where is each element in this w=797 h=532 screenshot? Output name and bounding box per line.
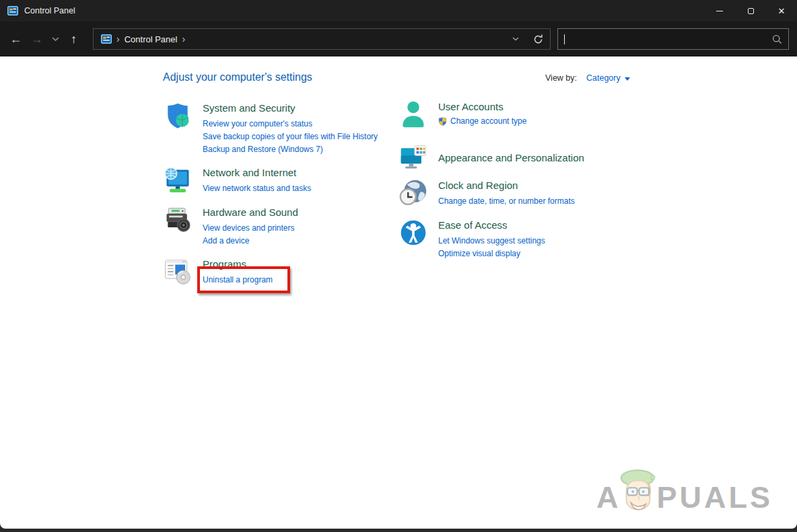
link-backup-and-restore-windows-7[interactable]: Backup and Restore (Windows 7) — [203, 145, 323, 154]
appearance-monitor-icon — [398, 143, 428, 173]
link-optimize-visual-display[interactable]: Optimize visual display — [438, 249, 520, 258]
category-programs: Programs Uninstall a program — [163, 257, 398, 287]
chevron-down-icon — [52, 37, 59, 42]
title-bar: Control Panel ✕ — [0, 0, 797, 22]
close-icon: ✕ — [778, 7, 786, 15]
category-link-user-accounts[interactable]: User Accounts — [438, 100, 504, 114]
category-column-left: System and Security Review your computer… — [163, 101, 398, 297]
category-user-accounts: User Accounts Change account type — [398, 100, 634, 129]
control-panel-icon — [101, 34, 112, 44]
forward-icon: → — [31, 32, 43, 46]
user-icon — [398, 100, 428, 129]
forward-button[interactable]: → — [26, 28, 47, 50]
control-panel-home: Adjust your computer's settings View by:… — [0, 56, 797, 529]
page-title: Adjust your computer's settings — [163, 71, 312, 83]
programs-window-icon — [163, 257, 193, 287]
breadcrumb-item-control-panel[interactable]: Control Panel — [125, 34, 178, 44]
search-icon — [772, 34, 782, 44]
printer-icon — [163, 205, 193, 235]
search-input[interactable] — [565, 29, 772, 49]
category-link-hardware-and-sound[interactable]: Hardware and Sound — [203, 206, 298, 219]
category-system-and-security: System and Security Review your computer… — [163, 101, 398, 155]
breadcrumb-chevron-icon[interactable]: › — [182, 34, 185, 44]
category-link-clock-and-region[interactable]: Clock and Region — [438, 179, 518, 192]
link-save-backup-copies-of-your-files-with-file-history[interactable]: Save backup copies of your files with Fi… — [203, 132, 378, 141]
appuals-watermark: A PUALS — [596, 463, 773, 512]
control-panel-icon — [7, 5, 18, 16]
address-dropdown-button[interactable] — [512, 37, 519, 41]
link-let-windows-suggest-settings[interactable]: Let Windows suggest settings — [438, 236, 545, 245]
appuals-mascot-icon — [619, 468, 658, 518]
up-button[interactable]: ↑ — [63, 28, 84, 50]
link-change-account-type[interactable]: Change account type — [450, 116, 526, 127]
close-button[interactable]: ✕ — [766, 0, 797, 22]
minimize-button[interactable] — [704, 0, 735, 22]
watermark-letters: PUALS — [656, 484, 773, 512]
up-icon: ↑ — [71, 32, 77, 46]
link-view-network-status-and-tasks[interactable]: View network status and tasks — [203, 184, 311, 193]
view-by-control: View by: Category — [545, 73, 630, 83]
search-box[interactable] — [557, 28, 789, 50]
back-icon: ← — [10, 32, 22, 46]
recent-pages-button[interactable] — [47, 28, 63, 50]
shield-icon — [163, 101, 193, 130]
maximize-icon — [748, 8, 754, 14]
watermark-letter: A — [596, 484, 621, 512]
view-by-label: View by: — [545, 73, 577, 83]
refresh-button[interactable] — [532, 34, 544, 45]
address-bar[interactable]: › Control Panel › — [93, 28, 551, 50]
globe-clock-icon — [398, 178, 428, 208]
category-link-appearance-and-personalization[interactable]: Appearance and Personalization — [438, 144, 584, 165]
accessibility-icon — [398, 218, 428, 248]
window-controls: ✕ — [704, 0, 797, 22]
category-appearance-and-personalization: Appearance and Personalization — [398, 143, 634, 173]
category-network-and-internet: Network and Internet View network status… — [163, 165, 398, 195]
dropdown-triangle-icon[interactable] — [625, 77, 630, 81]
navigation-bar: ← → ↑ › Control Panel › — [0, 22, 797, 56]
link-add-a-device[interactable]: Add a device — [203, 236, 249, 245]
minimize-icon — [716, 11, 723, 11]
category-clock-and-region: Clock and Region Change date, time, or n… — [398, 178, 634, 208]
uac-shield-icon — [438, 117, 447, 126]
category-link-ease-of-access[interactable]: Ease of Access — [438, 219, 508, 232]
link-uninstall-a-program[interactable]: Uninstall a program — [203, 275, 273, 284]
link-review-your-computer-s-status[interactable]: Review your computer's status — [203, 119, 312, 128]
category-hardware-and-sound: Hardware and Sound View devices and prin… — [163, 205, 398, 247]
maximize-button[interactable] — [735, 0, 766, 22]
network-monitor-icon — [163, 165, 193, 195]
window-title: Control Panel — [24, 6, 75, 15]
chevron-down-icon — [512, 37, 519, 41]
category-ease-of-access: Ease of Access Let Windows suggest setti… — [398, 218, 634, 260]
link-change-date-time-or-number-formats[interactable]: Change date, time, or number formats — [438, 196, 575, 206]
link-view-devices-and-printers[interactable]: View devices and printers — [203, 223, 295, 233]
category-link-network-and-internet[interactable]: Network and Internet — [203, 166, 296, 180]
category-column-right: User Accounts Change account type Appear… — [398, 100, 634, 270]
back-button[interactable]: ← — [5, 28, 26, 50]
category-link-programs[interactable]: Programs — [203, 258, 246, 271]
refresh-icon — [532, 34, 544, 45]
view-by-dropdown[interactable]: Category — [586, 73, 621, 83]
category-link-system-and-security[interactable]: System and Security — [203, 102, 296, 115]
breadcrumb-chevron-icon: › — [116, 34, 120, 44]
